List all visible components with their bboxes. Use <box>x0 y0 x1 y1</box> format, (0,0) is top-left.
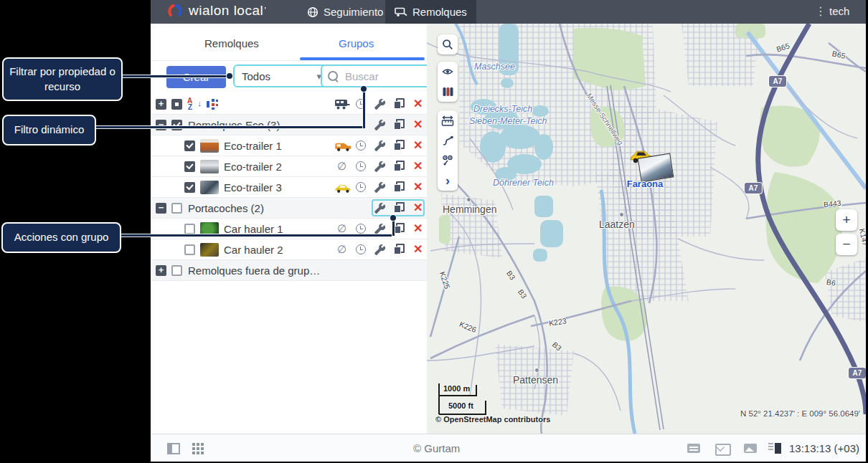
notifications-mail-icon[interactable] <box>715 444 731 456</box>
search-icon <box>328 71 338 81</box>
collapse-group-button[interactable]: − <box>156 120 166 130</box>
trailer-name[interactable]: Eco-trailer 3 <box>224 181 282 194</box>
map-ruler-button[interactable] <box>438 110 458 130</box>
delete-icon[interactable]: ✕ <box>413 159 423 173</box>
trailer-checkbox[interactable] <box>184 161 195 172</box>
copy-icon[interactable] <box>394 223 405 234</box>
delete-icon[interactable]: ✕ <box>413 118 423 132</box>
panel-tab-remolques[interactable]: Remolques <box>204 37 259 49</box>
group-row[interactable]: − Portacoches (2) ✕ <box>151 198 427 219</box>
group-name[interactable]: Remolques Eco (3) <box>188 119 280 131</box>
trailer-row[interactable]: Eco-trailer 2 ∅ ✕ <box>151 156 427 177</box>
group-name[interactable]: Portacoches (2) <box>188 202 264 214</box>
wrench-icon[interactable] <box>374 119 386 131</box>
clock-icon[interactable] <box>356 140 366 151</box>
not-bound-icon[interactable]: ∅ <box>337 222 346 235</box>
not-bound-icon[interactable]: ∅ <box>337 243 346 256</box>
group-checkbox[interactable] <box>171 265 182 276</box>
kebab-menu-icon[interactable]: ⋮ <box>815 4 826 18</box>
search-field[interactable] <box>321 65 437 87</box>
sort-az-button[interactable]: A Z ↓ <box>187 97 202 111</box>
map-tracks-button[interactable] <box>438 151 458 171</box>
copy-icon[interactable] <box>394 202 405 213</box>
search-input[interactable] <box>344 70 430 83</box>
log-toggle-icon[interactable] <box>768 443 773 454</box>
apps-grid-icon[interactable] <box>192 443 195 446</box>
user-name[interactable]: tech <box>829 5 849 17</box>
trailer-name[interactable]: Car hauler 1 <box>224 223 283 235</box>
zoom-out-button[interactable]: − <box>836 234 857 255</box>
wrench-icon[interactable] <box>374 140 386 152</box>
marker-label[interactable]: Faraona <box>621 178 669 189</box>
group-name[interactable]: Remolques fuera de grup… <box>188 264 320 277</box>
map-panel-expand-button[interactable]: › <box>438 171 458 191</box>
map-search-button[interactable] <box>438 34 458 54</box>
clock-icon[interactable] <box>356 182 366 192</box>
trailer-checkbox[interactable] <box>184 244 195 255</box>
clock-icon[interactable] <box>356 244 366 254</box>
trailer-checkbox[interactable] <box>184 182 195 193</box>
trailer-row[interactable]: Car hauler 1 ∅ ✕ <box>151 219 427 239</box>
trailer-name[interactable]: Eco-trailer 1 <box>224 140 282 152</box>
clock-icon[interactable] <box>356 161 366 171</box>
map-routing-button[interactable] <box>438 130 458 151</box>
tab-seguimiento[interactable]: Seguimiento <box>298 0 392 24</box>
trailer-row[interactable]: Eco-trailer 1 ✕ <box>151 135 427 156</box>
expand-all-button[interactable]: + <box>156 99 166 110</box>
map-container[interactable]: Maschsee Dreiecks-Teich Sieben-Meter-Tei… <box>427 24 866 434</box>
callout-dynamic-filter-label: Filtro dinámico <box>14 123 85 137</box>
unit-column-icon <box>334 98 350 110</box>
road-label-b6: B6 <box>826 277 836 287</box>
panel-tab-grupos[interactable]: Grupos <box>339 37 374 49</box>
delete-icon[interactable]: ✕ <box>413 221 423 236</box>
expand-group-button[interactable]: + <box>156 265 166 276</box>
create-button[interactable]: Crear <box>166 66 226 88</box>
trailer-name[interactable]: Eco-trailer 2 <box>224 161 282 173</box>
delete-icon[interactable]: ✕ <box>413 242 423 257</box>
copy-icon[interactable] <box>394 181 405 192</box>
map-layers-button[interactable] <box>438 82 458 102</box>
clock-icon[interactable] <box>356 224 366 234</box>
globe-icon <box>307 6 319 18</box>
delete-icon[interactable]: ✕ <box>413 180 423 194</box>
media-icon[interactable] <box>744 444 757 453</box>
trailer-row[interactable]: Car hauler 2 ∅ ✕ <box>151 239 427 260</box>
delete-icon[interactable]: ✕ <box>413 201 423 215</box>
wrench-icon[interactable] <box>374 223 386 235</box>
copy-icon[interactable] <box>394 119 405 130</box>
properties-column-icon <box>374 98 386 110</box>
group-row[interactable]: + Remolques fuera de grup… <box>151 260 427 281</box>
delete-icon[interactable]: ✕ <box>413 138 423 153</box>
trailer-row[interactable]: Eco-trailer 3 ✕ <box>151 177 427 198</box>
copy-icon[interactable] <box>394 140 405 151</box>
town-dot <box>534 368 539 373</box>
tab-remolques[interactable]: Remolques <box>385 0 476 24</box>
town-dot <box>619 212 624 217</box>
group-checkbox[interactable] <box>171 203 182 214</box>
wrench-icon[interactable] <box>374 202 386 214</box>
property-filter-select[interactable]: Todos ▾ <box>233 65 330 87</box>
toggle-panel-icon[interactable] <box>167 443 180 454</box>
select-all-button[interactable] <box>171 99 182 110</box>
map-canvas[interactable] <box>427 24 866 434</box>
wrench-icon[interactable] <box>374 181 386 194</box>
wrench-icon[interactable] <box>374 161 386 173</box>
not-bound-icon[interactable]: ∅ <box>337 160 346 173</box>
zoom-in-button[interactable]: + <box>836 209 857 231</box>
trailer-checkbox[interactable] <box>184 140 195 151</box>
copy-icon[interactable] <box>394 161 405 171</box>
collapse-group-button[interactable]: − <box>156 203 166 214</box>
wrench-icon[interactable] <box>374 244 386 256</box>
group-row[interactable]: − Remolques Eco (3) ✕ <box>151 115 427 135</box>
copy-icon[interactable] <box>394 244 405 254</box>
notes-icon[interactable] <box>687 444 700 453</box>
hierarchy-view-button[interactable] <box>207 99 219 110</box>
group-checkbox[interactable] <box>171 120 182 130</box>
callout-dot-1 <box>227 73 232 79</box>
trailer-checkbox[interactable] <box>184 224 195 234</box>
trailer-name[interactable]: Car hauler 2 <box>224 244 283 256</box>
search-icon <box>442 39 453 50</box>
callout-group-actions: Acciones con grupo <box>1 222 121 253</box>
callout-group-actions-label: Acciones con grupo <box>14 230 109 244</box>
map-visibility-button[interactable] <box>438 62 458 82</box>
